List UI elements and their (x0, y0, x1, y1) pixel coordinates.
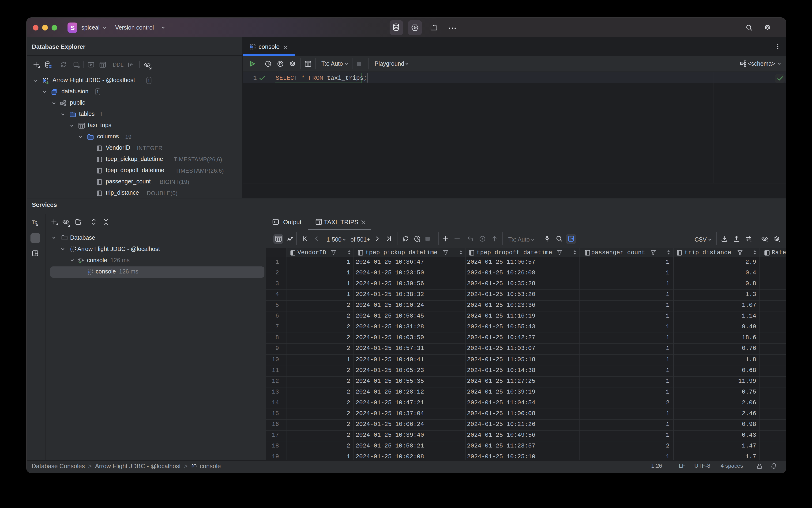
svg-text:Tx: Tx (32, 219, 37, 225)
